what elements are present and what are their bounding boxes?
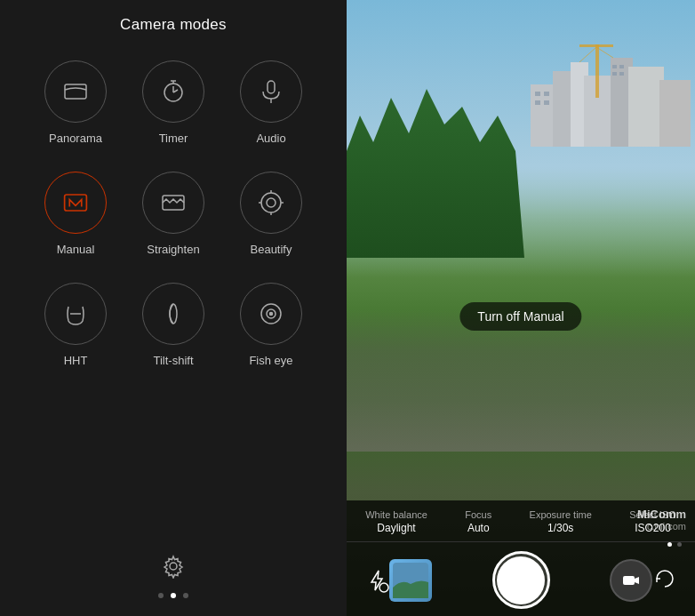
crane-svg xyxy=(579,27,615,98)
rotate-icon xyxy=(652,566,677,591)
svg-rect-4 xyxy=(163,196,184,210)
page-dots xyxy=(158,593,188,598)
gallery-thumb-img xyxy=(393,563,428,598)
shutter-inner xyxy=(497,556,545,604)
mode-label-hht: HHT xyxy=(64,354,88,367)
mode-label-panorama: Panorama xyxy=(49,132,102,145)
mode-circle-audio xyxy=(240,60,302,123)
viewfinder-dots xyxy=(667,542,682,547)
audio-icon xyxy=(257,77,285,106)
mode-label-tiltshift: Tilt-shift xyxy=(153,354,193,367)
video-mode-button[interactable] xyxy=(610,559,652,602)
svg-rect-24 xyxy=(619,65,624,68)
mode-circle-straighten xyxy=(142,172,204,234)
svg-point-31 xyxy=(379,583,388,592)
watermark-url: c.mi.com xyxy=(637,521,686,532)
svg-point-6 xyxy=(267,198,276,207)
watermark: MiComm c.mi.com xyxy=(637,508,686,532)
camera-modes-panel: Camera modes Panorama xyxy=(0,0,347,616)
settings-button[interactable] xyxy=(161,554,186,582)
mode-circle-hht xyxy=(44,283,107,345)
bottom-bar xyxy=(0,554,347,598)
crane xyxy=(579,27,615,101)
param-white-balance[interactable]: White balance Daylight xyxy=(365,509,427,534)
fisheye-icon xyxy=(257,300,285,328)
mode-audio[interactable]: Audio xyxy=(227,60,316,145)
svg-rect-21 xyxy=(535,100,540,105)
svg-rect-19 xyxy=(535,92,540,96)
svg-rect-3 xyxy=(65,195,87,211)
panorama-icon xyxy=(61,77,90,106)
mode-panorama[interactable]: Panorama xyxy=(31,60,120,145)
svg-rect-33 xyxy=(623,576,635,585)
manual-icon xyxy=(60,187,92,219)
svg-rect-20 xyxy=(544,92,549,96)
shutter-button[interactable] xyxy=(492,551,550,609)
dot-1 xyxy=(158,593,164,598)
mode-label-straighten: Straighten xyxy=(147,243,199,256)
flash-toggle[interactable] xyxy=(364,568,389,593)
mode-beautify[interactable]: Beautify xyxy=(227,172,316,256)
svg-rect-17 xyxy=(628,67,664,147)
dot-3 xyxy=(183,593,188,598)
gear-icon xyxy=(161,554,186,579)
camera-viewfinder: Turn off Manual White balance Daylight F… xyxy=(347,0,695,616)
watermark-brand: MiComm xyxy=(637,508,686,521)
panel-title: Camera modes xyxy=(120,16,227,34)
flash-icon xyxy=(364,568,389,593)
param-label-focus: Focus xyxy=(465,509,491,520)
modes-grid: Panorama Timer xyxy=(22,60,324,367)
param-value-exposure: 1/30s xyxy=(547,522,573,534)
mode-circle-panorama xyxy=(44,60,107,123)
road-overlay xyxy=(347,309,695,452)
param-label-exposure: Exposure time xyxy=(530,509,592,520)
mode-label-timer: Timer xyxy=(159,132,188,145)
hht-icon xyxy=(61,300,90,328)
mode-label-beautify: Beautify xyxy=(251,243,292,256)
mode-straighten[interactable]: Straighten xyxy=(129,172,218,256)
straighten-icon xyxy=(159,188,188,217)
mode-hht[interactable]: HHT xyxy=(31,283,120,367)
svg-point-5 xyxy=(261,193,281,212)
svg-rect-26 xyxy=(619,72,624,76)
video-icon xyxy=(621,571,641,590)
svg-rect-18 xyxy=(659,80,691,147)
viewfinder-dot-2 xyxy=(677,542,682,547)
timer-icon xyxy=(159,77,188,106)
shutter-wrap xyxy=(432,551,610,609)
param-focus[interactable]: Focus Auto xyxy=(465,509,491,534)
mode-circle-fisheye xyxy=(240,283,302,345)
svg-point-7 xyxy=(170,304,177,324)
svg-rect-2 xyxy=(268,81,275,93)
mode-timer[interactable]: Timer xyxy=(129,60,218,145)
mode-circle-tiltshift xyxy=(142,283,204,345)
camera-actions xyxy=(347,542,695,616)
mode-circle-beautify xyxy=(240,172,302,234)
mode-manual[interactable]: Manual xyxy=(31,172,120,256)
mode-circle-manual xyxy=(44,172,107,234)
svg-rect-28 xyxy=(579,44,613,47)
param-label-wb: White balance xyxy=(365,509,427,520)
param-value-wb: Daylight xyxy=(377,522,415,534)
mode-tiltshift[interactable]: Tilt-shift xyxy=(129,283,218,367)
mode-fisheye[interactable]: Fish eye xyxy=(227,283,316,367)
svg-rect-0 xyxy=(65,84,86,99)
svg-point-11 xyxy=(170,563,177,570)
svg-rect-22 xyxy=(544,100,549,105)
mode-circle-timer xyxy=(142,60,204,123)
mode-label-fisheye: Fish eye xyxy=(249,354,292,367)
mode-label-manual: Manual xyxy=(57,243,95,256)
gallery-thumbnail[interactable] xyxy=(389,559,432,602)
beautify-icon xyxy=(257,188,285,217)
dot-2 xyxy=(171,593,176,598)
mode-label-audio: Audio xyxy=(256,132,285,145)
flip-camera-button[interactable] xyxy=(652,566,677,595)
param-exposure[interactable]: Exposure time 1/30s xyxy=(530,509,592,534)
manual-mode-toggle[interactable]: Turn off Manual xyxy=(459,302,581,331)
svg-point-10 xyxy=(270,313,273,316)
tiltshift-icon xyxy=(159,300,188,328)
svg-rect-27 xyxy=(595,44,599,98)
svg-line-29 xyxy=(579,47,596,62)
param-value-focus: Auto xyxy=(467,522,490,534)
viewfinder-dot-1 xyxy=(667,542,672,547)
